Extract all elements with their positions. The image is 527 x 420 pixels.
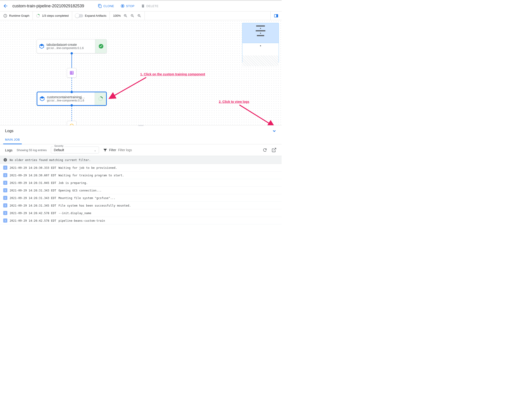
info-badge-icon: i: [3, 173, 7, 177]
delete-button[interactable]: Delete: [139, 2, 161, 9]
log-row[interactable]: i2021-09-29 14:26:42.578 EDTpipeline-bea…: [0, 217, 282, 225]
logs-count: Showing 55 log entries: [17, 148, 47, 152]
zoom-out-icon[interactable]: [130, 14, 134, 18]
log-banner: No older entries found matching current …: [0, 156, 282, 164]
log-message: File system has been successfully mounte…: [58, 204, 131, 207]
page-title: custom-train-pipeline-20210929182539: [12, 4, 84, 9]
steps-completed: 1/3 steps completed: [33, 11, 72, 20]
log-message: Opening GCS connection...: [58, 189, 101, 192]
log-timestamp: 2021-09-29 14:26:42.578 EDT: [10, 219, 56, 222]
svg-rect-22: [5, 160, 5, 161]
pending-icon: [69, 123, 74, 126]
expand-artifacts-toggle[interactable]: Expand Artifacts: [72, 11, 110, 20]
svg-line-18: [110, 77, 146, 98]
node-subtitle: gcr.io/…line-components:0.1.6: [47, 99, 95, 102]
header-bar: custom-train-pipeline-20210929182539 Clo…: [0, 0, 282, 11]
zoom-reset-icon[interactable]: [137, 14, 141, 18]
log-message: Waiting for training program to start.: [58, 173, 124, 177]
filter-label: Filter: [109, 148, 116, 152]
progress-circle-icon: [98, 96, 103, 101]
chevron-down-icon: [94, 150, 97, 152]
log-row[interactable]: i2021-09-29 14:26:31.343 EDTOpening GCS …: [0, 187, 282, 194]
expand-logs-icon[interactable]: [272, 129, 276, 133]
annotation-2: 2. Click to view logs: [219, 100, 249, 104]
zoom-percent: 100%: [113, 14, 121, 17]
pipeline-canvas[interactable]: tabulardataset-create gcr.io/…line-compo…: [0, 20, 282, 126]
logs-tabs: MAIN JOB: [0, 136, 282, 144]
info-badge-icon: i: [3, 188, 7, 192]
info-badge-icon: i: [3, 218, 7, 223]
log-timestamp: 2021-09-29 14:26:31.045 EDT: [10, 181, 56, 184]
logs-panel-header: Logs: [0, 126, 282, 136]
cube-icon: [39, 43, 45, 49]
node-status-success: [95, 39, 107, 53]
info-badge-icon: i: [3, 211, 7, 215]
log-row[interactable]: i2021-09-29 14:26:42.578 EDT--init.displ…: [0, 209, 282, 217]
stop-button[interactable]: Stop: [118, 2, 137, 9]
node-tabulardataset-create[interactable]: tabulardataset-create gcr.io/…line-compo…: [37, 39, 107, 53]
tab-main-job[interactable]: MAIN JOB: [3, 136, 22, 144]
log-timestamp: 2021-09-29 14:26:30.607 EDT: [10, 173, 56, 177]
zoom-controls: 100%: [110, 11, 144, 20]
svg-line-19: [240, 105, 273, 126]
log-message: pipeline-beans-custom-train: [58, 219, 105, 222]
log-row[interactable]: i2021-09-29 14:26:31.345 EDTFile system …: [0, 202, 282, 209]
drag-handle[interactable]: [138, 125, 144, 126]
back-arrow-icon[interactable]: [3, 3, 8, 9]
cube-icon: [39, 96, 45, 102]
check-circle-icon: [99, 44, 104, 49]
svg-line-20: [274, 148, 276, 151]
artifact-node[interactable]: [67, 68, 77, 78]
log-row[interactable]: i2021-09-29 14:26:31.045 EDTJob is prepa…: [0, 179, 282, 187]
node-title: customcontainertrainingj…: [47, 95, 95, 99]
info-badge-icon: i: [3, 203, 7, 207]
refresh-icon[interactable]: [262, 148, 267, 152]
log-message: Waiting for job to be provisioned.: [58, 166, 117, 170]
severity-select[interactable]: Severity Default: [51, 147, 99, 153]
log-row[interactable]: i2021-09-29 14:26:30.607 EDTWaiting for …: [0, 172, 282, 179]
toggle-switch[interactable]: [75, 14, 83, 17]
logs-title: Logs: [5, 129, 13, 133]
svg-rect-7: [276, 14, 278, 17]
log-row[interactable]: i2021-09-29 14:26:30.333 EDTWaiting for …: [0, 164, 282, 172]
logs-subtitle: Logs: [5, 148, 13, 152]
minimap[interactable]: [242, 23, 279, 63]
artifact-node[interactable]: [67, 121, 77, 126]
info-icon: [3, 14, 7, 18]
node-subtitle: gcr.io/…line-components:0.1.6: [46, 46, 95, 50]
clone-button[interactable]: Clone: [96, 2, 116, 9]
info-solid-icon: [3, 158, 7, 162]
node-title: tabulardataset-create: [46, 43, 95, 46]
delete-icon: [141, 4, 145, 8]
panel-icon: [274, 13, 278, 18]
zoom-in-icon[interactable]: [123, 14, 128, 18]
info-badge-icon: i: [3, 196, 7, 200]
clone-icon: [98, 4, 102, 8]
progress-icon: [36, 14, 40, 18]
annotation-1: 1. Click on the custom training componen…: [140, 72, 205, 76]
log-timestamp: 2021-09-29 14:26:31.343 EDT: [10, 189, 56, 192]
node-customcontainertrainingjob[interactable]: customcontainertrainingj… gcr.io/…line-c…: [37, 92, 107, 106]
logs-toolbar: Logs Showing 55 log entries Severity Def…: [0, 144, 282, 156]
filter-icon: [103, 148, 107, 152]
log-message: Job is preparing.: [58, 181, 88, 184]
log-banner-text: No older entries found matching current …: [10, 158, 91, 162]
info-badge-icon: i: [3, 166, 7, 170]
log-timestamp: 2021-09-29 14:26:42.578 EDT: [10, 211, 56, 215]
log-timestamp: 2021-09-29 14:26:30.333 EDT: [10, 166, 56, 170]
subtoolbar: Runtime Graph 1/3 steps completed Expand…: [0, 11, 282, 20]
info-badge-icon: i: [3, 181, 7, 185]
search-area: [144, 11, 270, 20]
dataset-icon: [69, 71, 74, 75]
log-rows: i2021-09-29 14:26:30.333 EDTWaiting for …: [0, 164, 282, 225]
log-timestamp: 2021-09-29 14:26:31.345 EDT: [10, 204, 56, 207]
node-status-running: [95, 92, 106, 105]
runtime-graph-label: Runtime Graph: [0, 11, 33, 20]
side-panel-toggle[interactable]: [270, 11, 282, 20]
filter-input[interactable]: [118, 148, 158, 152]
open-external-icon[interactable]: [272, 148, 276, 152]
svg-rect-1: [122, 5, 123, 7]
svg-point-23: [5, 159, 5, 159]
svg-rect-10: [70, 71, 73, 74]
log-row[interactable]: i2021-09-29 14:26:31.343 EDTMounting fil…: [0, 194, 282, 202]
